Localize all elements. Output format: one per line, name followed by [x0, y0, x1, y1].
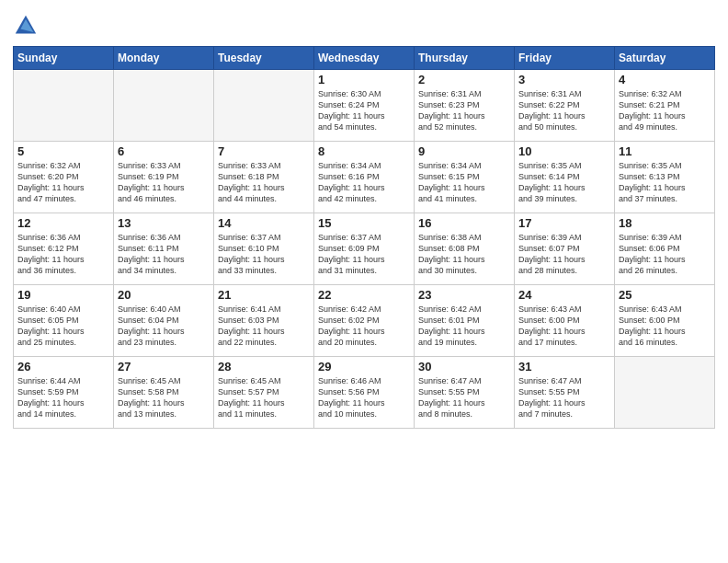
- logo: [13, 13, 40, 39]
- calendar-cell: 25Sunrise: 6:43 AM Sunset: 6:00 PM Dayli…: [615, 285, 715, 357]
- day-info: Sunrise: 6:43 AM Sunset: 6:00 PM Dayligh…: [619, 304, 711, 349]
- column-header-sunday: Sunday: [14, 47, 114, 70]
- day-info: Sunrise: 6:34 AM Sunset: 6:16 PM Dayligh…: [318, 160, 410, 205]
- day-info: Sunrise: 6:37 AM Sunset: 6:09 PM Dayligh…: [318, 232, 410, 277]
- day-number: 21: [218, 288, 310, 302]
- day-info: Sunrise: 6:33 AM Sunset: 6:19 PM Dayligh…: [118, 160, 210, 205]
- calendar-cell: 9Sunrise: 6:34 AM Sunset: 6:15 PM Daylig…: [415, 142, 515, 213]
- day-number: 27: [118, 360, 210, 373]
- header-row: SundayMondayTuesdayWednesdayThursdayFrid…: [14, 47, 715, 70]
- calendar-cell: 24Sunrise: 6:43 AM Sunset: 6:00 PM Dayli…: [515, 285, 615, 357]
- day-number: 13: [118, 216, 210, 230]
- calendar-cell: 21Sunrise: 6:41 AM Sunset: 6:03 PM Dayli…: [214, 285, 314, 357]
- day-info: Sunrise: 6:40 AM Sunset: 6:04 PM Dayligh…: [118, 304, 210, 349]
- day-number: 12: [17, 216, 109, 230]
- day-info: Sunrise: 6:45 AM Sunset: 5:57 PM Dayligh…: [218, 375, 310, 420]
- day-number: 26: [17, 360, 109, 373]
- day-number: 7: [218, 144, 310, 158]
- day-info: Sunrise: 6:39 AM Sunset: 6:06 PM Dayligh…: [619, 232, 711, 277]
- day-info: Sunrise: 6:38 AM Sunset: 6:08 PM Dayligh…: [418, 232, 510, 277]
- day-number: 18: [619, 216, 711, 230]
- calendar-week-2: 5Sunrise: 6:32 AM Sunset: 6:20 PM Daylig…: [14, 142, 715, 213]
- day-number: 30: [418, 360, 510, 373]
- day-number: 4: [619, 73, 711, 86]
- calendar-cell: 31Sunrise: 6:47 AM Sunset: 5:55 PM Dayli…: [515, 357, 615, 429]
- day-info: Sunrise: 6:47 AM Sunset: 5:55 PM Dayligh…: [418, 375, 510, 420]
- calendar-cell: 29Sunrise: 6:46 AM Sunset: 5:56 PM Dayli…: [314, 357, 415, 429]
- calendar-cell: 27Sunrise: 6:45 AM Sunset: 5:58 PM Dayli…: [114, 357, 214, 429]
- day-number: 19: [17, 288, 109, 302]
- day-info: Sunrise: 6:44 AM Sunset: 5:59 PM Dayligh…: [17, 375, 109, 420]
- calendar-cell: 20Sunrise: 6:40 AM Sunset: 6:04 PM Dayli…: [114, 285, 214, 357]
- day-number: 10: [518, 144, 610, 158]
- day-info: Sunrise: 6:42 AM Sunset: 6:02 PM Dayligh…: [318, 304, 410, 349]
- day-info: Sunrise: 6:42 AM Sunset: 6:01 PM Dayligh…: [418, 304, 510, 349]
- calendar-cell: 30Sunrise: 6:47 AM Sunset: 5:55 PM Dayli…: [415, 357, 515, 429]
- day-info: Sunrise: 6:41 AM Sunset: 6:03 PM Dayligh…: [218, 304, 310, 349]
- calendar-cell: 28Sunrise: 6:45 AM Sunset: 5:57 PM Dayli…: [214, 357, 314, 429]
- calendar-cell: 6Sunrise: 6:33 AM Sunset: 6:19 PM Daylig…: [114, 142, 214, 213]
- day-info: Sunrise: 6:36 AM Sunset: 6:12 PM Dayligh…: [17, 232, 109, 277]
- day-number: 1: [318, 73, 410, 86]
- calendar-cell: 5Sunrise: 6:32 AM Sunset: 6:20 PM Daylig…: [14, 142, 114, 213]
- day-number: 14: [218, 216, 310, 230]
- day-info: Sunrise: 6:35 AM Sunset: 6:14 PM Dayligh…: [518, 160, 610, 205]
- day-number: 31: [518, 360, 610, 373]
- day-info: Sunrise: 6:31 AM Sunset: 6:23 PM Dayligh…: [418, 88, 510, 133]
- day-number: 28: [218, 360, 310, 373]
- day-number: 3: [518, 73, 610, 86]
- day-info: Sunrise: 6:46 AM Sunset: 5:56 PM Dayligh…: [318, 375, 410, 420]
- page-container: SundayMondayTuesdayWednesdayThursdayFrid…: [0, 0, 728, 436]
- day-number: 17: [518, 216, 610, 230]
- day-number: 2: [418, 73, 510, 86]
- calendar-cell: 23Sunrise: 6:42 AM Sunset: 6:01 PM Dayli…: [415, 285, 515, 357]
- column-header-friday: Friday: [515, 47, 615, 70]
- header: [13, 9, 715, 39]
- calendar-cell: 7Sunrise: 6:33 AM Sunset: 6:18 PM Daylig…: [214, 142, 314, 213]
- calendar-table: SundayMondayTuesdayWednesdayThursdayFrid…: [13, 46, 715, 429]
- day-info: Sunrise: 6:30 AM Sunset: 6:24 PM Dayligh…: [318, 88, 410, 133]
- logo-icon: [13, 13, 39, 39]
- calendar-cell: 15Sunrise: 6:37 AM Sunset: 6:09 PM Dayli…: [314, 213, 415, 285]
- calendar-cell: 19Sunrise: 6:40 AM Sunset: 6:05 PM Dayli…: [14, 285, 114, 357]
- column-header-tuesday: Tuesday: [214, 47, 314, 70]
- calendar-cell: 8Sunrise: 6:34 AM Sunset: 6:16 PM Daylig…: [314, 142, 415, 213]
- day-number: 29: [318, 360, 410, 373]
- day-info: Sunrise: 6:31 AM Sunset: 6:22 PM Dayligh…: [518, 88, 610, 133]
- calendar-week-1: 1Sunrise: 6:30 AM Sunset: 6:24 PM Daylig…: [14, 70, 715, 142]
- column-header-monday: Monday: [114, 47, 214, 70]
- calendar-cell: [214, 70, 314, 142]
- calendar-cell: [14, 70, 114, 142]
- day-number: 11: [619, 144, 711, 158]
- day-info: Sunrise: 6:45 AM Sunset: 5:58 PM Dayligh…: [118, 375, 210, 420]
- calendar-cell: [114, 70, 214, 142]
- day-info: Sunrise: 6:32 AM Sunset: 6:21 PM Dayligh…: [619, 88, 711, 133]
- day-number: 6: [118, 144, 210, 158]
- day-number: 5: [17, 144, 109, 158]
- column-header-saturday: Saturday: [615, 47, 715, 70]
- calendar-cell: 4Sunrise: 6:32 AM Sunset: 6:21 PM Daylig…: [615, 70, 715, 142]
- calendar-cell: 12Sunrise: 6:36 AM Sunset: 6:12 PM Dayli…: [14, 213, 114, 285]
- day-info: Sunrise: 6:34 AM Sunset: 6:15 PM Dayligh…: [418, 160, 510, 205]
- day-number: 24: [518, 288, 610, 302]
- calendar-cell: 22Sunrise: 6:42 AM Sunset: 6:02 PM Dayli…: [314, 285, 415, 357]
- day-number: 9: [418, 144, 510, 158]
- day-info: Sunrise: 6:33 AM Sunset: 6:18 PM Dayligh…: [218, 160, 310, 205]
- day-info: Sunrise: 6:47 AM Sunset: 5:55 PM Dayligh…: [518, 375, 610, 420]
- day-number: 23: [418, 288, 510, 302]
- calendar-cell: 10Sunrise: 6:35 AM Sunset: 6:14 PM Dayli…: [515, 142, 615, 213]
- day-number: 22: [318, 288, 410, 302]
- calendar-cell: 16Sunrise: 6:38 AM Sunset: 6:08 PM Dayli…: [415, 213, 515, 285]
- column-header-thursday: Thursday: [415, 47, 515, 70]
- calendar-cell: 14Sunrise: 6:37 AM Sunset: 6:10 PM Dayli…: [214, 213, 314, 285]
- day-info: Sunrise: 6:40 AM Sunset: 6:05 PM Dayligh…: [17, 304, 109, 349]
- day-info: Sunrise: 6:39 AM Sunset: 6:07 PM Dayligh…: [518, 232, 610, 277]
- calendar-cell: 18Sunrise: 6:39 AM Sunset: 6:06 PM Dayli…: [615, 213, 715, 285]
- day-number: 8: [318, 144, 410, 158]
- day-info: Sunrise: 6:36 AM Sunset: 6:11 PM Dayligh…: [118, 232, 210, 277]
- day-info: Sunrise: 6:37 AM Sunset: 6:10 PM Dayligh…: [218, 232, 310, 277]
- day-info: Sunrise: 6:32 AM Sunset: 6:20 PM Dayligh…: [17, 160, 109, 205]
- calendar-cell: 11Sunrise: 6:35 AM Sunset: 6:13 PM Dayli…: [615, 142, 715, 213]
- calendar-week-5: 26Sunrise: 6:44 AM Sunset: 5:59 PM Dayli…: [14, 357, 715, 429]
- calendar-cell: 13Sunrise: 6:36 AM Sunset: 6:11 PM Dayli…: [114, 213, 214, 285]
